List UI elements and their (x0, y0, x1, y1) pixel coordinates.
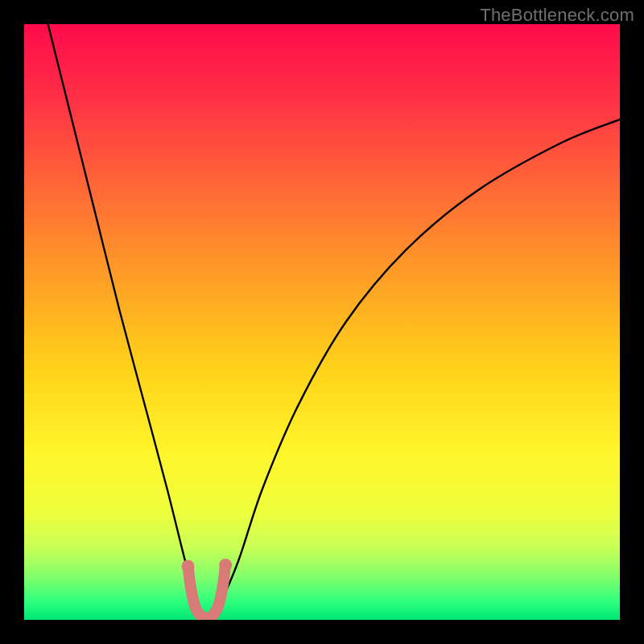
chart-svg (24, 24, 620, 620)
highlight-endpoint-right (219, 559, 232, 572)
chart-plot-area (24, 24, 620, 620)
highlight-segment (188, 565, 226, 618)
highlight-endpoint-left (182, 559, 195, 572)
bottleneck-curve (48, 24, 620, 620)
watermark-text: TheBottleneck.com (480, 5, 634, 26)
